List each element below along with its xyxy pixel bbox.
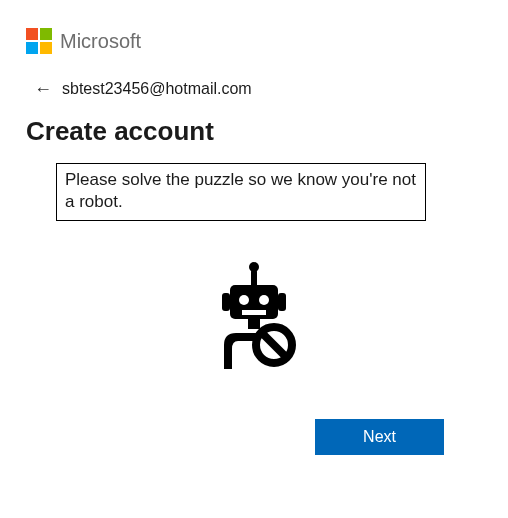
account-email: sbtest23456@hotmail.com xyxy=(62,80,252,98)
captcha-instruction: Please solve the puzzle so we know you'r… xyxy=(56,163,426,221)
next-button[interactable]: Next xyxy=(315,419,444,455)
svg-point-3 xyxy=(239,295,249,305)
robot-blocked-icon xyxy=(194,259,314,379)
brand-header: Microsoft xyxy=(26,28,482,54)
svg-rect-6 xyxy=(222,293,230,311)
svg-rect-5 xyxy=(242,310,266,315)
page-title: Create account xyxy=(26,116,482,147)
svg-line-10 xyxy=(263,334,285,356)
captcha-illustration xyxy=(26,259,482,379)
svg-rect-7 xyxy=(278,293,286,311)
back-arrow-icon[interactable]: ← xyxy=(34,80,52,98)
account-identity-row: ← sbtest23456@hotmail.com xyxy=(34,80,482,98)
footer-actions: Next xyxy=(26,419,482,455)
brand-name: Microsoft xyxy=(60,30,141,53)
svg-rect-8 xyxy=(248,319,260,329)
svg-point-4 xyxy=(259,295,269,305)
microsoft-logo-icon xyxy=(26,28,52,54)
